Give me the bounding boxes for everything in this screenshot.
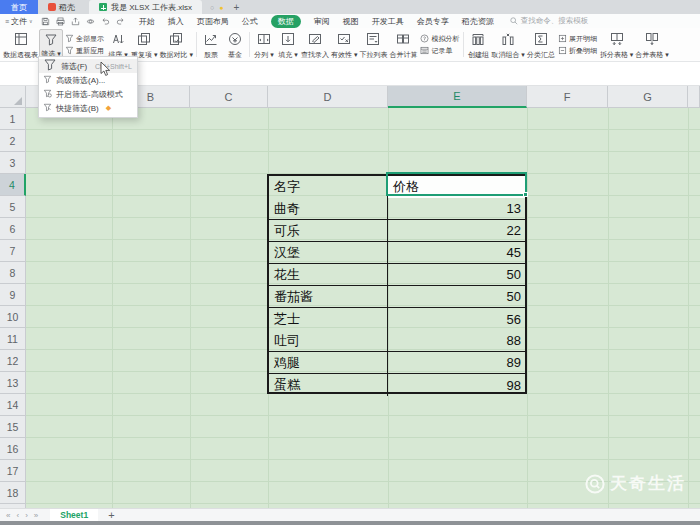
ribbon-button-collapse-detail[interactable]: 折叠明细 — [558, 46, 597, 56]
column-header-F[interactable]: F — [527, 86, 608, 108]
redo-button[interactable] — [116, 17, 125, 26]
new-tab-button[interactable]: + — [233, 2, 239, 13]
ribbon-button-pivot-table[interactable]: 数据透视表 — [2, 29, 39, 60]
menu-tab-docer-resources[interactable]: 稻壳资源 — [462, 16, 494, 27]
home-tab[interactable]: 首页 — [0, 0, 38, 14]
cell-E6[interactable]: 22 — [388, 220, 525, 241]
row-header-13[interactable]: 13 — [0, 372, 26, 394]
row-header-8[interactable]: 8 — [0, 262, 26, 284]
row-header-4[interactable]: 4 — [0, 174, 26, 196]
cell-D10[interactable]: 芝士 — [269, 308, 388, 330]
ribbon-button-create-group[interactable]: 创建组 — [466, 29, 490, 60]
ribbon-button-consolidate[interactable]: 合并计算 — [388, 29, 418, 60]
menu-tab-formulas[interactable]: 公式 — [242, 16, 258, 27]
last-sheet-icon[interactable]: » — [34, 511, 38, 520]
column-header-C[interactable]: C — [190, 86, 268, 108]
file-menu-button[interactable]: ≡ 文件 ∨ — [0, 16, 39, 27]
active-cell-selection-E4[interactable] — [386, 172, 527, 196]
menu-tab-member[interactable]: 会员专享 — [417, 16, 449, 27]
column-header-G[interactable]: G — [608, 86, 688, 108]
first-sheet-icon[interactable]: « — [6, 511, 10, 520]
next-sheet-icon[interactable]: › — [25, 511, 28, 520]
row-header-18[interactable]: 18 — [0, 482, 26, 504]
menu-tab-view[interactable]: 视图 — [343, 16, 359, 27]
ribbon-button-merge-table[interactable]: 合并表格 ▾ — [634, 29, 669, 60]
cell-E13[interactable]: 98 — [388, 374, 525, 396]
cell-D6[interactable]: 可乐 — [269, 220, 388, 241]
add-sheet-button[interactable]: + — [108, 509, 114, 521]
ribbon-button-reapply[interactable]: 重新应用 — [65, 46, 104, 56]
menu-tab-review[interactable]: 审阅 — [314, 16, 330, 27]
row-header-3[interactable]: 3 — [0, 152, 26, 174]
row-header-11[interactable]: 11 — [0, 328, 26, 350]
menu-tab-page-layout[interactable]: 页面布局 — [197, 16, 229, 27]
menu-tab-insert[interactable]: 插入 — [168, 16, 184, 27]
cell-D4[interactable]: 名字 — [269, 176, 388, 198]
ribbon-button-stock[interactable]: 股票 — [199, 29, 223, 60]
ribbon-button-expand-detail[interactable]: 展开明细 — [558, 34, 597, 44]
docer-tab[interactable]: 稻壳 — [38, 2, 85, 13]
row-header-5[interactable]: 5 — [0, 196, 26, 218]
prev-sheet-icon[interactable]: ‹ — [16, 511, 19, 520]
ribbon-button-split-table[interactable]: 拆分表格 ▾ — [599, 29, 634, 60]
row-header-6[interactable]: 6 — [0, 218, 26, 240]
export-button[interactable] — [71, 17, 80, 26]
row-header-16[interactable]: 16 — [0, 438, 26, 460]
row-header-14[interactable]: 14 — [0, 394, 26, 416]
row-header-15[interactable]: 15 — [0, 416, 26, 438]
print-button[interactable] — [56, 17, 65, 26]
cell-D12[interactable]: 鸡腿 — [269, 352, 388, 373]
menu-item-filter[interactable]: 筛选(F)Ctrl+Shift+L — [39, 59, 137, 73]
ribbon-button-fund[interactable]: 基金 — [223, 29, 247, 60]
cell-D5[interactable]: 曲奇 — [269, 198, 388, 219]
column-header-E[interactable]: E — [388, 86, 527, 108]
ribbon-button-subtotal[interactable]: 分类汇总 — [526, 29, 556, 60]
ribbon-button-lookup-entry[interactable]: 查找录入 — [300, 29, 330, 60]
ribbon-button-fill[interactable]: 填充 ▾ — [276, 29, 300, 60]
ribbon-button-data-compare[interactable]: 数据对比 ▾ — [158, 29, 193, 60]
ribbon-button-validation[interactable]: 有效性 ▾ — [330, 29, 358, 60]
menu-item-filter-advanced-mode[interactable]: 开启筛选-高级模式 — [39, 87, 137, 101]
cell-D11[interactable]: 吐司 — [269, 330, 388, 351]
ribbon-button-record-form[interactable]: 记录单 — [420, 46, 459, 56]
ribbon-button-what-if-analysis[interactable]: 模拟分析 — [420, 34, 459, 44]
column-header-partial[interactable] — [688, 86, 700, 108]
cell-E8[interactable]: 50 — [388, 264, 525, 285]
preview-button[interactable] — [86, 17, 95, 26]
row-header-7[interactable]: 7 — [0, 240, 26, 262]
select-all-corner[interactable] — [0, 86, 26, 108]
row-header-2[interactable]: 2 — [0, 130, 26, 152]
ribbon-button-text-to-columns[interactable]: 分列 ▾ — [252, 29, 276, 60]
ribbon-button-show-all[interactable]: 全部显示 — [65, 34, 104, 44]
menu-tab-dev-tools[interactable]: 开发工具 — [372, 16, 404, 27]
ribbon-button-dropdown-list[interactable]: 下拉列表 — [358, 29, 388, 60]
cell-E10[interactable]: 56 — [388, 308, 525, 330]
row-header-10[interactable]: 10 — [0, 306, 26, 328]
fill-handle[interactable] — [523, 192, 528, 197]
cell-D13[interactable]: 蛋糕 — [269, 374, 388, 396]
row-header-17[interactable]: 17 — [0, 460, 26, 482]
column-header-D[interactable]: D — [268, 86, 388, 108]
menu-item-quick-filter[interactable]: 快捷筛选(B)◆ — [39, 101, 137, 115]
sheet-grid[interactable]: 名字价格曲奇13可乐22汉堡45花生50番茄酱50芝士56吐司88鸡腿89蛋糕9… — [26, 108, 700, 508]
ribbon-button-ungroup[interactable]: 取消组合 ▾ — [490, 29, 525, 60]
menu-tab-data[interactable]: 数据 — [271, 15, 301, 28]
cell-D9[interactable]: 番茄酱 — [269, 286, 388, 307]
cell-D8[interactable]: 花生 — [269, 264, 388, 285]
document-tab[interactable]: 我是 XLSX 工作表.xlsx — [89, 0, 202, 14]
cell-E5[interactable]: 13 — [388, 198, 525, 219]
row-header-9[interactable]: 9 — [0, 284, 26, 306]
cell-D7[interactable]: 汉堡 — [269, 242, 388, 263]
row-header-12[interactable]: 12 — [0, 350, 26, 372]
sheet-tab-sheet1[interactable]: Sheet1 — [50, 509, 98, 522]
cell-E11[interactable]: 88 — [388, 330, 525, 351]
cell-E9[interactable]: 50 — [388, 286, 525, 307]
menu-tab-home[interactable]: 开始 — [139, 16, 155, 27]
cell-E12[interactable]: 89 — [388, 352, 525, 373]
row-header-1[interactable]: 1 — [0, 108, 26, 130]
save-button[interactable] — [41, 17, 50, 26]
search-box[interactable]: 查找命令、搜索模板 — [510, 16, 589, 26]
menu-item-advanced-filter[interactable]: 高级筛选(A)... — [39, 73, 137, 87]
cell-E7[interactable]: 45 — [388, 242, 525, 263]
undo-button[interactable] — [101, 17, 110, 26]
